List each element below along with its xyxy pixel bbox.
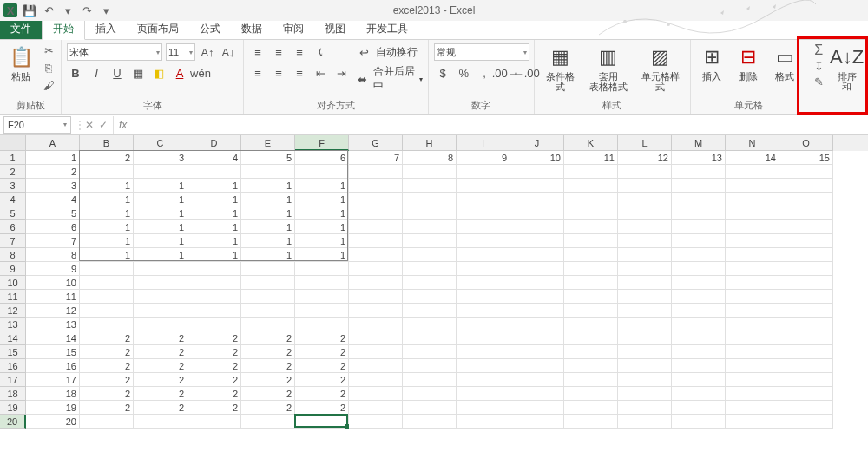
cell[interactable] [672,401,726,415]
comma-icon[interactable]: , [476,64,493,82]
font-name-select[interactable]: 宋体 [67,43,162,61]
cell[interactable]: 1 [295,193,349,206]
cell[interactable] [349,387,403,401]
row-header[interactable]: 13 [0,318,26,331]
cell[interactable] [349,165,403,179]
cell[interactable] [726,220,779,234]
cell[interactable] [457,304,510,318]
cell[interactable]: 2 [134,373,187,387]
cell[interactable]: 8 [403,151,457,165]
dropdown-icon[interactable]: ▾ [61,3,75,17]
cell[interactable] [457,331,510,345]
cell[interactable]: 15 [779,151,833,165]
border-icon[interactable]: ▦ [129,64,147,82]
col-header-D[interactable]: D [187,135,241,151]
decrease-indent-icon[interactable]: ⇤ [312,64,329,82]
cell[interactable] [618,165,672,179]
cell[interactable]: 1 [80,220,134,234]
col-header-B[interactable]: B [80,135,134,151]
cell[interactable] [349,290,403,304]
cell[interactable] [187,304,241,318]
cell[interactable]: 19 [26,401,80,415]
cell[interactable] [726,290,779,304]
cell[interactable] [779,345,833,359]
cell[interactable] [457,193,510,206]
row-header[interactable]: 11 [0,290,26,304]
cell[interactable] [726,331,779,345]
cell[interactable] [403,290,457,304]
cell[interactable] [349,359,403,373]
cell[interactable]: 1 [187,234,241,248]
cell[interactable] [457,345,510,359]
cell[interactable]: 1 [134,179,187,193]
cell[interactable] [403,359,457,373]
cell[interactable] [349,220,403,234]
cell[interactable]: 2 [241,331,295,345]
cell[interactable]: 7 [26,234,80,248]
cell[interactable] [457,220,510,234]
cell[interactable] [80,318,134,331]
cell[interactable]: 1 [134,220,187,234]
cell[interactable] [457,179,510,193]
cell[interactable]: 16 [26,359,80,373]
cell[interactable] [457,401,510,415]
cell[interactable] [726,165,779,179]
merge-center-button[interactable]: ⬌合并后居中 ▾ [355,64,423,94]
number-format-select[interactable]: 常规 [434,43,529,61]
col-header-A[interactable]: A [26,135,80,151]
cell[interactable]: 1 [241,206,295,220]
cell[interactable]: 9 [26,262,80,276]
autosum-icon[interactable]: Σ [812,43,825,57]
col-header-J[interactable]: J [510,135,564,151]
row-header[interactable]: 18 [0,387,26,401]
cell[interactable]: 2 [187,359,241,373]
cell[interactable] [726,415,779,429]
cell[interactable] [187,290,241,304]
row-header[interactable]: 6 [0,220,26,234]
cell[interactable] [134,262,187,276]
cell[interactable] [510,179,564,193]
align-left-icon[interactable]: ≡ [249,64,266,82]
underline-button[interactable]: U [108,64,126,82]
col-header-I[interactable]: I [457,135,510,151]
cell[interactable] [295,318,349,331]
font-color-icon[interactable]: A [171,64,188,82]
cell[interactable] [349,415,403,429]
cell[interactable] [403,401,457,415]
cell[interactable] [672,276,726,290]
align-center-icon[interactable]: ≡ [270,64,287,82]
cell[interactable] [241,304,295,318]
cell[interactable] [618,304,672,318]
cell[interactable] [618,290,672,304]
wrap-text-button[interactable]: ↩自动换行 [355,43,423,61]
cell[interactable] [672,248,726,262]
cell[interactable]: 2 [187,345,241,359]
cell[interactable] [510,206,564,220]
cell[interactable]: 1 [80,206,134,220]
cell[interactable] [403,234,457,248]
cell[interactable] [134,290,187,304]
cell[interactable] [349,234,403,248]
clear-icon[interactable]: ✎ [812,75,825,88]
align-top-icon[interactable]: ≡ [249,43,266,61]
cell[interactable] [349,248,403,262]
cell[interactable] [618,318,672,331]
cell[interactable] [564,304,618,318]
cell[interactable]: 2 [295,401,349,415]
cell[interactable] [510,193,564,206]
row-header[interactable]: 20 [0,415,26,429]
cell[interactable] [295,304,349,318]
cell[interactable] [510,373,564,387]
cell[interactable] [457,387,510,401]
cell[interactable] [403,373,457,387]
cell[interactable]: 1 [26,151,80,165]
cell[interactable] [779,401,833,415]
cell[interactable]: 2 [80,359,134,373]
cell[interactable] [564,234,618,248]
cell[interactable] [80,276,134,290]
cell[interactable]: 1 [134,206,187,220]
cell[interactable]: 2 [80,373,134,387]
cell[interactable]: 2 [241,401,295,415]
cut-icon[interactable]: ✂ [42,43,56,57]
cell[interactable]: 2 [295,345,349,359]
